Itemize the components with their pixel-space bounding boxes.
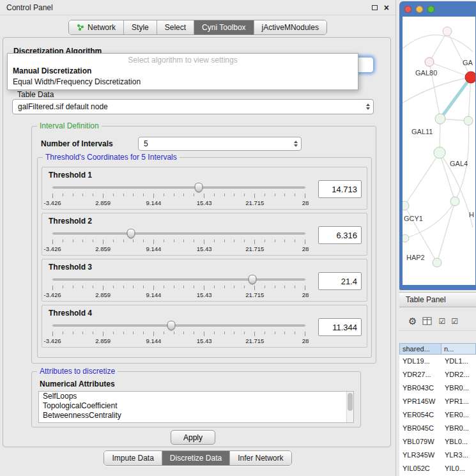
float-window-icon[interactable] bbox=[372, 5, 378, 10]
table-panel-header: Table Panel bbox=[399, 292, 476, 307]
network-canvas[interactable]: GAL80GAGAL11GAL4GCY1HHAP2 bbox=[403, 17, 475, 285]
cell-shared-name[interactable]: YDR27... bbox=[399, 368, 441, 381]
tab-select[interactable]: Select bbox=[157, 20, 194, 35]
number-of-intervals-select[interactable]: 5 bbox=[138, 137, 302, 151]
table-row[interactable]: YPR145WYPR1... bbox=[399, 395, 476, 408]
cell-name[interactable]: YIL0... bbox=[441, 462, 476, 475]
select-column-icon[interactable]: ☑ bbox=[451, 318, 458, 325]
thresholds-stack: Threshold 1 -3.4262.8599.14415.4321.7152… bbox=[42, 167, 367, 348]
tick-label: 21.715 bbox=[245, 337, 264, 344]
cell-shared-name[interactable]: YPR145W bbox=[399, 395, 441, 408]
table-row[interactable]: YER054CYER0... bbox=[399, 408, 476, 422]
minimize-window-button[interactable] bbox=[416, 6, 423, 13]
cell-shared-name[interactable]: YBR043C bbox=[399, 381, 441, 395]
list-item[interactable]: SelfLoops bbox=[39, 392, 353, 401]
network-node[interactable] bbox=[433, 258, 441, 267]
network-node[interactable] bbox=[425, 58, 434, 66]
table-data-value: galFiltered.sif default node bbox=[18, 102, 108, 111]
cell-name[interactable]: YDR2... bbox=[441, 368, 476, 381]
network-edge[interactable] bbox=[403, 35, 473, 52]
cell-shared-name[interactable]: YBR045C bbox=[399, 422, 441, 435]
dropdown-option-manual-discretization[interactable]: Manual Discretization bbox=[8, 66, 358, 77]
node-label: GCY1 bbox=[404, 215, 423, 222]
slider-track[interactable] bbox=[52, 187, 305, 188]
control-panel-tabs: Network Style Select Cyni Toolbox jActiv… bbox=[0, 20, 395, 35]
slider-thumb[interactable] bbox=[167, 321, 176, 330]
cell-shared-name[interactable]: YDL19... bbox=[399, 355, 441, 368]
column-header-shared-name[interactable]: shared... bbox=[399, 343, 441, 355]
cell-name[interactable]: YPR1... bbox=[441, 395, 476, 408]
slider-track[interactable] bbox=[52, 233, 305, 234]
tab-network[interactable]: Network bbox=[69, 20, 123, 35]
slider-thumb[interactable] bbox=[248, 275, 256, 284]
table-row[interactable]: YIL052CYIL0... bbox=[399, 462, 476, 475]
slider-track[interactable] bbox=[52, 279, 305, 280]
slider-scale: -3.4262.8599.14415.4321.71528 bbox=[52, 337, 305, 345]
network-edge[interactable] bbox=[437, 201, 455, 263]
table-row[interactable]: YBL079WYBL0... bbox=[399, 435, 476, 449]
threshold-2-value[interactable]: 6.316 bbox=[318, 226, 362, 244]
tab-infer-network[interactable]: Infer Network bbox=[229, 451, 291, 465]
threshold-3-slider: -3.4262.8599.14415.4321.71528 bbox=[52, 275, 305, 300]
dropdown-option-equal-width[interactable]: Equal Width/Frequency Discretization bbox=[8, 77, 358, 88]
tab-style[interactable]: Style bbox=[123, 20, 157, 35]
cell-shared-name[interactable]: YBL079W bbox=[399, 435, 441, 449]
cell-name[interactable]: YBR0... bbox=[441, 422, 476, 435]
tab-impute-data[interactable]: Impute Data bbox=[104, 451, 161, 465]
list-item[interactable]: TopologicalCoefficient bbox=[39, 401, 353, 411]
slider-thumb[interactable] bbox=[127, 229, 135, 238]
table-row[interactable]: YDL19...YDL1... bbox=[399, 355, 476, 368]
network-edge[interactable] bbox=[429, 31, 447, 62]
table-panel-title: Table Panel bbox=[406, 295, 446, 304]
cell-shared-name[interactable]: YLR345W bbox=[399, 449, 441, 462]
table-toolbar: ⚙ ☑ ☑ bbox=[399, 312, 476, 331]
apply-button[interactable]: Apply bbox=[171, 430, 215, 445]
table-row[interactable]: YDR27...YDR2... bbox=[399, 368, 476, 381]
column-header-name[interactable]: n... bbox=[441, 343, 476, 355]
cell-name[interactable]: YBR0... bbox=[441, 381, 476, 395]
list-scrollbar[interactable] bbox=[346, 392, 353, 422]
threshold-3-value[interactable]: 21.4 bbox=[318, 272, 362, 290]
network-node[interactable] bbox=[434, 147, 445, 158]
interval-definition-legend: Interval Definition bbox=[37, 121, 102, 130]
numerical-attributes-list[interactable]: SelfLoopsTopologicalCoefficientBetweenne… bbox=[38, 391, 354, 423]
select-all-icon[interactable]: ☑ bbox=[438, 318, 445, 325]
cell-name[interactable]: YER0... bbox=[441, 408, 476, 422]
table-row[interactable]: YLR345WYLR3... bbox=[399, 449, 476, 462]
node-table-body: YDL19...YDL1...YDR27...YDR2...YBR043CYBR… bbox=[399, 355, 476, 475]
slider-thumb[interactable] bbox=[194, 183, 203, 192]
cell-shared-name[interactable]: YIL052C bbox=[399, 462, 441, 475]
cell-name[interactable]: YDL1... bbox=[441, 355, 476, 368]
threshold-4-value[interactable]: 11.344 bbox=[318, 318, 362, 336]
network-edge[interactable] bbox=[468, 77, 471, 121]
cell-shared-name[interactable]: YER054C bbox=[399, 408, 441, 422]
scrollbar-thumb[interactable] bbox=[348, 393, 353, 411]
slider-track[interactable] bbox=[52, 325, 305, 326]
network-node[interactable] bbox=[403, 234, 409, 242]
columns-icon[interactable] bbox=[422, 317, 433, 326]
network-node[interactable] bbox=[403, 201, 409, 210]
network-node[interactable] bbox=[450, 197, 459, 206]
network-node[interactable] bbox=[443, 27, 452, 36]
close-window-button[interactable] bbox=[404, 6, 411, 13]
table-row[interactable]: YBR045CYBR0... bbox=[399, 422, 476, 435]
list-item[interactable]: BetweennessCentrality bbox=[39, 411, 353, 420]
gear-icon[interactable]: ⚙ bbox=[408, 316, 417, 326]
network-edge[interactable] bbox=[447, 31, 471, 77]
close-icon[interactable]: × bbox=[384, 3, 389, 12]
tab-discretize-data[interactable]: Discretize Data bbox=[162, 451, 229, 465]
tab-jactivemnodules[interactable]: jActiveMNodules bbox=[254, 20, 326, 35]
table-row[interactable]: YBR043CYBR0... bbox=[399, 381, 476, 395]
network-node[interactable] bbox=[465, 72, 475, 83]
network-node[interactable] bbox=[464, 116, 473, 125]
tab-cyni-toolbox[interactable]: Cyni Toolbox bbox=[194, 20, 253, 35]
cell-name[interactable]: YLR3... bbox=[441, 449, 476, 462]
zoom-window-button[interactable] bbox=[427, 6, 434, 13]
network-edge[interactable] bbox=[404, 153, 440, 206]
attributes-group: Attributes to discretize Numerical Attri… bbox=[31, 371, 361, 427]
table-data-select[interactable]: galFiltered.sif default node bbox=[12, 99, 374, 114]
network-node[interactable] bbox=[435, 114, 445, 124]
threshold-1-value[interactable]: 14.713 bbox=[318, 180, 362, 198]
tick-label: 28 bbox=[302, 199, 309, 206]
cell-name[interactable]: YBL0... bbox=[441, 435, 476, 449]
